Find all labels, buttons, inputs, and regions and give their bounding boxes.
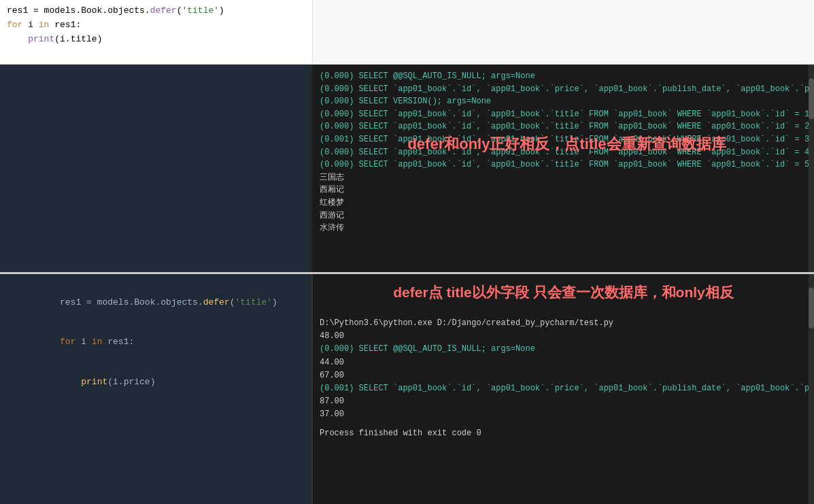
bt-line-3: 44.00 — [320, 356, 807, 369]
scrollbar-right-top[interactable] — [809, 65, 814, 272]
bottom-code-line-2: for i in res1: — [7, 322, 305, 363]
top-white-strip: res1 = models.Book.objects.defer('title'… — [0, 0, 814, 65]
top-annotation: defer和only正好相反，点title会重新查询数据库 — [333, 133, 800, 156]
bt-line-4: 67.00 — [320, 369, 807, 382]
dark-code-left-top — [0, 65, 313, 272]
bottom-code-line-1: res1 = models.Book.objects.defer('title'… — [7, 282, 305, 322]
chinese-5: 水浒传 — [320, 222, 807, 235]
terminal-bottom: defer点 title以外字段 只会查一次数据库，和only相反 D:\Pyt… — [313, 274, 814, 504]
sql-line-4: (0.000) SELECT `app01_book`.`id`, `app01… — [320, 108, 807, 121]
sql-line-8: (0.000) SELECT `app01_book`.`id`, `app01… — [320, 158, 807, 171]
sql-line-1: (0.000) SELECT @@SQL_AUTO_IS_NULL; args=… — [320, 70, 807, 83]
chinese-1: 三国志 — [320, 171, 807, 184]
chinese-3: 红楼梦 — [320, 197, 807, 209]
bt-line-2: (0.000) SELECT @@SQL_AUTO_IS_NULL; args=… — [320, 343, 807, 356]
scrollbar-thumb-bottom[interactable] — [809, 288, 814, 329]
dark-section-top: (0.000) SELECT @@SQL_AUTO_IS_NULL; args=… — [0, 65, 814, 272]
chinese-2: 西厢记 — [320, 184, 807, 197]
chinese-4: 西游记 — [320, 209, 807, 222]
sql-line-3: (0.000) SELECT VERSION(); args=None — [320, 95, 807, 108]
scrolled-top-partial — [7, 69, 305, 80]
scrollbar-right-bottom[interactable] — [809, 274, 814, 504]
bottom-annotation: defer点 title以外字段 只会查一次数据库，和only相反 — [326, 281, 800, 304]
sql-line-2: (0.000) SELECT `app01_book`.`id`, `app01… — [320, 83, 807, 96]
top-right-empty — [313, 0, 814, 65]
main-container: res1 = models.Book.objects.defer('title'… — [0, 0, 814, 504]
bt-line-6: 87.00 — [320, 395, 807, 408]
terminal-top: (0.000) SELECT @@SQL_AUTO_IS_NULL; args=… — [313, 65, 814, 272]
bt-line-7: 37.00 — [320, 408, 807, 421]
spacer — [320, 422, 807, 427]
path-line: D:\Python3.6\python.exe D:/Django/create… — [320, 317, 807, 330]
sql-line-5: (0.000) SELECT `app01_book`.`id`, `app01… — [320, 120, 807, 133]
bottom-code-line-3: print(i.price) — [7, 362, 305, 402]
bottom-code-editor: res1 = models.Book.objects.defer('title'… — [0, 274, 313, 504]
bottom-section: res1 = models.Book.objects.defer('title'… — [0, 274, 814, 504]
code-line-1: res1 = models.Book.objects.defer('title'… — [7, 4, 305, 18]
code-line-2: for i in res1: — [7, 18, 305, 33]
bottom-code-top: res1 = models.Book.objects.defer('title'… — [7, 280, 305, 406]
process-finished: Process finished with exit code 0 — [320, 427, 807, 440]
terminal-bottom-content: D:\Python3.6\python.exe D:/Django/create… — [320, 317, 807, 440]
bt-line-1: 48.00 — [320, 330, 807, 343]
bt-line-5: (0.001) SELECT `app01_book`.`id`, `app01… — [320, 382, 807, 395]
scrollbar-thumb-top[interactable] — [809, 78, 814, 119]
top-code-editor: res1 = models.Book.objects.defer('title'… — [0, 0, 313, 65]
code-line-3: print(i.title) — [7, 33, 305, 47]
